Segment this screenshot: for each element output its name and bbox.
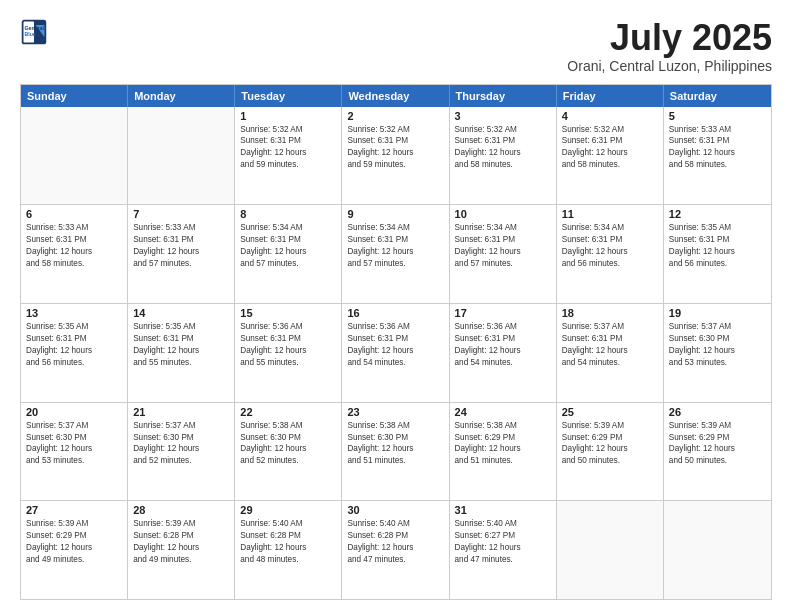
cell-info-line: Sunset: 6:31 PM [240, 333, 336, 345]
day-header-wednesday: Wednesday [342, 85, 449, 107]
cell-info-line: Sunrise: 5:39 AM [562, 420, 658, 432]
calendar-day-11: 11Sunrise: 5:34 AMSunset: 6:31 PMDayligh… [557, 205, 664, 303]
cell-info-line: and 47 minutes. [455, 554, 551, 566]
day-number: 3 [455, 110, 551, 122]
cell-info-line: Daylight: 12 hours [669, 345, 766, 357]
calendar-day-8: 8Sunrise: 5:34 AMSunset: 6:31 PMDaylight… [235, 205, 342, 303]
cell-info-line: Sunset: 6:31 PM [669, 135, 766, 147]
day-number: 7 [133, 208, 229, 220]
calendar-day-3: 3Sunrise: 5:32 AMSunset: 6:31 PMDaylight… [450, 107, 557, 205]
calendar-day-31: 31Sunrise: 5:40 AMSunset: 6:27 PMDayligh… [450, 501, 557, 599]
cell-info-line: Sunrise: 5:32 AM [562, 124, 658, 136]
cell-info-line: and 54 minutes. [347, 357, 443, 369]
day-number: 30 [347, 504, 443, 516]
calendar-day-19: 19Sunrise: 5:37 AMSunset: 6:30 PMDayligh… [664, 304, 771, 402]
calendar-day-24: 24Sunrise: 5:38 AMSunset: 6:29 PMDayligh… [450, 403, 557, 501]
calendar-day-7: 7Sunrise: 5:33 AMSunset: 6:31 PMDaylight… [128, 205, 235, 303]
cell-info-line: Sunrise: 5:37 AM [26, 420, 122, 432]
calendar-day-9: 9Sunrise: 5:34 AMSunset: 6:31 PMDaylight… [342, 205, 449, 303]
cell-info-line: and 51 minutes. [347, 455, 443, 467]
calendar-day-15: 15Sunrise: 5:36 AMSunset: 6:31 PMDayligh… [235, 304, 342, 402]
calendar: SundayMondayTuesdayWednesdayThursdayFrid… [20, 84, 772, 600]
calendar-day-30: 30Sunrise: 5:40 AMSunset: 6:28 PMDayligh… [342, 501, 449, 599]
day-number: 5 [669, 110, 766, 122]
day-number: 15 [240, 307, 336, 319]
cell-info-line: and 51 minutes. [455, 455, 551, 467]
cell-info-line: Sunset: 6:30 PM [240, 432, 336, 444]
cell-info-line: Sunset: 6:29 PM [669, 432, 766, 444]
day-header-monday: Monday [128, 85, 235, 107]
cell-info-line: and 58 minutes. [669, 159, 766, 171]
header: General Blue July 2025 Orani, Central Lu… [20, 18, 772, 74]
cell-info-line: Daylight: 12 hours [26, 345, 122, 357]
cell-info-line: Daylight: 12 hours [347, 147, 443, 159]
cell-info-line: Daylight: 12 hours [562, 246, 658, 258]
cell-info-line: Sunset: 6:30 PM [133, 432, 229, 444]
calendar-week-2: 6Sunrise: 5:33 AMSunset: 6:31 PMDaylight… [21, 205, 771, 304]
day-number: 19 [669, 307, 766, 319]
cell-info-line: Sunset: 6:29 PM [455, 432, 551, 444]
cell-info-line: Daylight: 12 hours [562, 345, 658, 357]
calendar-empty-cell [664, 501, 771, 599]
calendar-week-1: 1Sunrise: 5:32 AMSunset: 6:31 PMDaylight… [21, 107, 771, 206]
cell-info-line: Sunset: 6:31 PM [347, 234, 443, 246]
cell-info-line: Sunset: 6:27 PM [455, 530, 551, 542]
cell-info-line: Daylight: 12 hours [26, 542, 122, 554]
calendar-day-12: 12Sunrise: 5:35 AMSunset: 6:31 PMDayligh… [664, 205, 771, 303]
cell-info-line: and 53 minutes. [669, 357, 766, 369]
cell-info-line: Sunset: 6:31 PM [26, 333, 122, 345]
cell-info-line: Daylight: 12 hours [133, 443, 229, 455]
cell-info-line: Sunrise: 5:38 AM [240, 420, 336, 432]
day-number: 1 [240, 110, 336, 122]
calendar-day-29: 29Sunrise: 5:40 AMSunset: 6:28 PMDayligh… [235, 501, 342, 599]
calendar-day-25: 25Sunrise: 5:39 AMSunset: 6:29 PMDayligh… [557, 403, 664, 501]
day-number: 10 [455, 208, 551, 220]
calendar-day-28: 28Sunrise: 5:39 AMSunset: 6:28 PMDayligh… [128, 501, 235, 599]
day-number: 28 [133, 504, 229, 516]
day-number: 11 [562, 208, 658, 220]
svg-text:General: General [24, 25, 44, 31]
cell-info-line: Sunset: 6:31 PM [455, 135, 551, 147]
cell-info-line: and 59 minutes. [347, 159, 443, 171]
calendar-empty-cell [557, 501, 664, 599]
cell-info-line: Sunset: 6:31 PM [347, 333, 443, 345]
day-number: 13 [26, 307, 122, 319]
svg-text:Blue: Blue [24, 31, 35, 37]
cell-info-line: and 58 minutes. [562, 159, 658, 171]
month-title: July 2025 [567, 18, 772, 58]
cell-info-line: Sunrise: 5:33 AM [26, 222, 122, 234]
cell-info-line: Sunset: 6:29 PM [562, 432, 658, 444]
cell-info-line: Sunset: 6:28 PM [240, 530, 336, 542]
calendar-day-10: 10Sunrise: 5:34 AMSunset: 6:31 PMDayligh… [450, 205, 557, 303]
cell-info-line: Sunrise: 5:35 AM [133, 321, 229, 333]
cell-info-line: Sunrise: 5:34 AM [455, 222, 551, 234]
cell-info-line: Sunset: 6:31 PM [347, 135, 443, 147]
cell-info-line: Sunrise: 5:32 AM [455, 124, 551, 136]
cell-info-line: Sunset: 6:31 PM [669, 234, 766, 246]
cell-info-line: Sunrise: 5:36 AM [347, 321, 443, 333]
cell-info-line: Daylight: 12 hours [669, 246, 766, 258]
cell-info-line: Sunrise: 5:37 AM [669, 321, 766, 333]
cell-info-line: and 56 minutes. [562, 258, 658, 270]
day-number: 25 [562, 406, 658, 418]
cell-info-line: Daylight: 12 hours [669, 443, 766, 455]
day-number: 29 [240, 504, 336, 516]
day-number: 14 [133, 307, 229, 319]
day-number: 6 [26, 208, 122, 220]
cell-info-line: Sunrise: 5:35 AM [669, 222, 766, 234]
cell-info-line: Sunrise: 5:37 AM [133, 420, 229, 432]
cell-info-line: Sunrise: 5:32 AM [240, 124, 336, 136]
cell-info-line: Sunrise: 5:36 AM [455, 321, 551, 333]
cell-info-line: Sunrise: 5:34 AM [240, 222, 336, 234]
cell-info-line: and 54 minutes. [455, 357, 551, 369]
cell-info-line: Sunset: 6:31 PM [455, 234, 551, 246]
cell-info-line: Sunset: 6:28 PM [133, 530, 229, 542]
cell-info-line: Daylight: 12 hours [669, 147, 766, 159]
cell-info-line: Sunset: 6:30 PM [26, 432, 122, 444]
calendar-empty-cell [128, 107, 235, 205]
cell-info-line: Sunrise: 5:38 AM [455, 420, 551, 432]
day-number: 18 [562, 307, 658, 319]
day-header-sunday: Sunday [21, 85, 128, 107]
day-number: 22 [240, 406, 336, 418]
cell-info-line: Sunset: 6:28 PM [347, 530, 443, 542]
